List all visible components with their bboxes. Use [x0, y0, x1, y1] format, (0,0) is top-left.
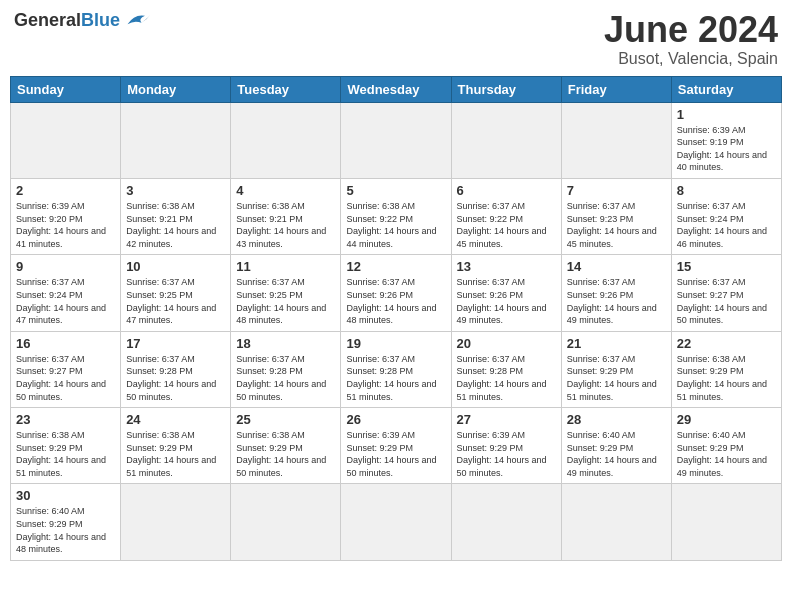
table-row: 10Sunrise: 6:37 AMSunset: 9:25 PMDayligh…	[121, 255, 231, 331]
calendar-row: 9Sunrise: 6:37 AMSunset: 9:24 PMDaylight…	[11, 255, 782, 331]
table-row: 23Sunrise: 6:38 AMSunset: 9:29 PMDayligh…	[11, 408, 121, 484]
table-row	[341, 102, 451, 178]
calendar-row: 30Sunrise: 6:40 AMSunset: 9:29 PMDayligh…	[11, 484, 782, 560]
table-row: 21Sunrise: 6:37 AMSunset: 9:29 PMDayligh…	[561, 331, 671, 407]
header-saturday: Saturday	[671, 76, 781, 102]
day-number: 10	[126, 259, 225, 274]
table-row: 7Sunrise: 6:37 AMSunset: 9:23 PMDaylight…	[561, 178, 671, 254]
table-row: 6Sunrise: 6:37 AMSunset: 9:22 PMDaylight…	[451, 178, 561, 254]
table-row	[231, 102, 341, 178]
day-detail: Sunrise: 6:38 AMSunset: 9:22 PMDaylight:…	[346, 200, 445, 250]
day-number: 22	[677, 336, 776, 351]
day-number: 8	[677, 183, 776, 198]
table-row: 15Sunrise: 6:37 AMSunset: 9:27 PMDayligh…	[671, 255, 781, 331]
table-row	[671, 484, 781, 560]
day-detail: Sunrise: 6:37 AMSunset: 9:26 PMDaylight:…	[457, 276, 556, 326]
day-detail: Sunrise: 6:40 AMSunset: 9:29 PMDaylight:…	[16, 505, 115, 555]
day-detail: Sunrise: 6:39 AMSunset: 9:29 PMDaylight:…	[346, 429, 445, 479]
day-detail: Sunrise: 6:37 AMSunset: 9:26 PMDaylight:…	[567, 276, 666, 326]
day-number: 7	[567, 183, 666, 198]
day-number: 28	[567, 412, 666, 427]
day-detail: Sunrise: 6:37 AMSunset: 9:27 PMDaylight:…	[677, 276, 776, 326]
table-row	[341, 484, 451, 560]
table-row: 14Sunrise: 6:37 AMSunset: 9:26 PMDayligh…	[561, 255, 671, 331]
logo-bird-icon	[124, 10, 152, 30]
table-row	[121, 484, 231, 560]
table-row: 3Sunrise: 6:38 AMSunset: 9:21 PMDaylight…	[121, 178, 231, 254]
table-row: 30Sunrise: 6:40 AMSunset: 9:29 PMDayligh…	[11, 484, 121, 560]
header-wednesday: Wednesday	[341, 76, 451, 102]
table-row: 19Sunrise: 6:37 AMSunset: 9:28 PMDayligh…	[341, 331, 451, 407]
day-detail: Sunrise: 6:39 AMSunset: 9:19 PMDaylight:…	[677, 124, 776, 174]
day-detail: Sunrise: 6:38 AMSunset: 9:29 PMDaylight:…	[236, 429, 335, 479]
day-detail: Sunrise: 6:37 AMSunset: 9:28 PMDaylight:…	[346, 353, 445, 403]
table-row: 11Sunrise: 6:37 AMSunset: 9:25 PMDayligh…	[231, 255, 341, 331]
calendar-row: 2Sunrise: 6:39 AMSunset: 9:20 PMDaylight…	[11, 178, 782, 254]
day-detail: Sunrise: 6:37 AMSunset: 9:24 PMDaylight:…	[677, 200, 776, 250]
day-number: 1	[677, 107, 776, 122]
calendar-row: 23Sunrise: 6:38 AMSunset: 9:29 PMDayligh…	[11, 408, 782, 484]
logo-general: General	[14, 10, 81, 30]
day-detail: Sunrise: 6:37 AMSunset: 9:23 PMDaylight:…	[567, 200, 666, 250]
day-number: 29	[677, 412, 776, 427]
day-number: 9	[16, 259, 115, 274]
day-number: 4	[236, 183, 335, 198]
day-detail: Sunrise: 6:38 AMSunset: 9:29 PMDaylight:…	[677, 353, 776, 403]
day-number: 6	[457, 183, 556, 198]
day-number: 19	[346, 336, 445, 351]
table-row	[121, 102, 231, 178]
location-title: Busot, Valencia, Spain	[604, 50, 778, 68]
day-detail: Sunrise: 6:37 AMSunset: 9:28 PMDaylight:…	[457, 353, 556, 403]
day-number: 30	[16, 488, 115, 503]
calendar: Sunday Monday Tuesday Wednesday Thursday…	[10, 76, 782, 561]
table-row: 12Sunrise: 6:37 AMSunset: 9:26 PMDayligh…	[341, 255, 451, 331]
logo: GeneralBlue	[14, 10, 152, 30]
table-row: 13Sunrise: 6:37 AMSunset: 9:26 PMDayligh…	[451, 255, 561, 331]
table-row: 22Sunrise: 6:38 AMSunset: 9:29 PMDayligh…	[671, 331, 781, 407]
day-number: 17	[126, 336, 225, 351]
day-detail: Sunrise: 6:37 AMSunset: 9:27 PMDaylight:…	[16, 353, 115, 403]
day-number: 3	[126, 183, 225, 198]
day-detail: Sunrise: 6:37 AMSunset: 9:24 PMDaylight:…	[16, 276, 115, 326]
table-row	[231, 484, 341, 560]
day-detail: Sunrise: 6:37 AMSunset: 9:25 PMDaylight:…	[236, 276, 335, 326]
day-detail: Sunrise: 6:40 AMSunset: 9:29 PMDaylight:…	[567, 429, 666, 479]
table-row: 9Sunrise: 6:37 AMSunset: 9:24 PMDaylight…	[11, 255, 121, 331]
weekday-header-row: Sunday Monday Tuesday Wednesday Thursday…	[11, 76, 782, 102]
day-detail: Sunrise: 6:38 AMSunset: 9:21 PMDaylight:…	[236, 200, 335, 250]
day-number: 18	[236, 336, 335, 351]
calendar-row: 1Sunrise: 6:39 AMSunset: 9:19 PMDaylight…	[11, 102, 782, 178]
day-detail: Sunrise: 6:37 AMSunset: 9:22 PMDaylight:…	[457, 200, 556, 250]
table-row: 25Sunrise: 6:38 AMSunset: 9:29 PMDayligh…	[231, 408, 341, 484]
day-number: 5	[346, 183, 445, 198]
day-number: 2	[16, 183, 115, 198]
table-row: 1Sunrise: 6:39 AMSunset: 9:19 PMDaylight…	[671, 102, 781, 178]
title-area: June 2024 Busot, Valencia, Spain	[604, 10, 778, 68]
table-row	[451, 102, 561, 178]
table-row: 18Sunrise: 6:37 AMSunset: 9:28 PMDayligh…	[231, 331, 341, 407]
day-number: 15	[677, 259, 776, 274]
table-row	[561, 102, 671, 178]
day-number: 23	[16, 412, 115, 427]
table-row	[11, 102, 121, 178]
day-number: 20	[457, 336, 556, 351]
day-detail: Sunrise: 6:37 AMSunset: 9:29 PMDaylight:…	[567, 353, 666, 403]
header-sunday: Sunday	[11, 76, 121, 102]
table-row: 27Sunrise: 6:39 AMSunset: 9:29 PMDayligh…	[451, 408, 561, 484]
table-row: 16Sunrise: 6:37 AMSunset: 9:27 PMDayligh…	[11, 331, 121, 407]
day-number: 11	[236, 259, 335, 274]
day-detail: Sunrise: 6:37 AMSunset: 9:26 PMDaylight:…	[346, 276, 445, 326]
logo-blue: Blue	[81, 10, 120, 30]
day-number: 24	[126, 412, 225, 427]
header: GeneralBlue June 2024 Busot, Valencia, S…	[10, 10, 782, 68]
day-number: 13	[457, 259, 556, 274]
day-number: 25	[236, 412, 335, 427]
day-detail: Sunrise: 6:37 AMSunset: 9:25 PMDaylight:…	[126, 276, 225, 326]
calendar-row: 16Sunrise: 6:37 AMSunset: 9:27 PMDayligh…	[11, 331, 782, 407]
day-number: 21	[567, 336, 666, 351]
table-row	[561, 484, 671, 560]
header-friday: Friday	[561, 76, 671, 102]
table-row: 28Sunrise: 6:40 AMSunset: 9:29 PMDayligh…	[561, 408, 671, 484]
month-title: June 2024	[604, 10, 778, 50]
table-row: 26Sunrise: 6:39 AMSunset: 9:29 PMDayligh…	[341, 408, 451, 484]
